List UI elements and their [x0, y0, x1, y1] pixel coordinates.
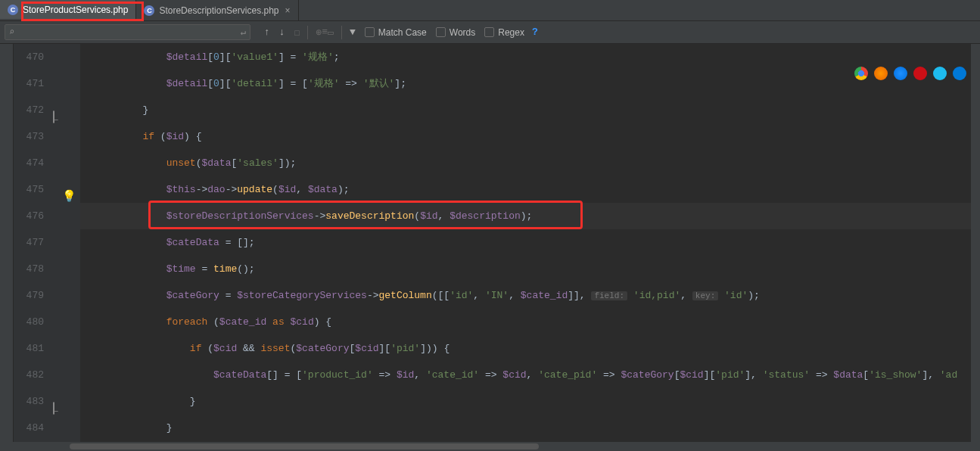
line-number: 470: [14, 44, 44, 70]
words-option[interactable]: Words: [436, 27, 475, 38]
tab-bar: C StoreProductServices.php C StoreDescri…: [0, 0, 980, 21]
code-area[interactable]: $detail[0]['value1'] = '规格'; $detail[0][…: [80, 44, 980, 442]
code-line: $detail[0]['detail'] = ['规格' => '默认'];: [95, 70, 980, 97]
php-class-icon: C: [8, 5, 18, 15]
tab-label: StoreProductServices.php: [23, 5, 128, 15]
find-toolbar: ⌕ ↵ ↑ ↓ ☐ ⊕ ≡ ▭ ▼ Match Case Words Regex…: [0, 21, 980, 44]
chrome-icon[interactable]: [854, 67, 868, 80]
line-number: 472: [14, 97, 44, 123]
line-number: 480: [14, 309, 44, 335]
line-number: 483: [14, 388, 44, 415]
code-line: unset($data['sales']);: [95, 150, 980, 176]
horizontal-scrollbar[interactable]: [65, 442, 971, 451]
next-match-icon[interactable]: ↓: [279, 26, 285, 38]
add-selection-icon[interactable]: ⊕: [316, 26, 322, 39]
tab-label: StoreDescriptionServices.php: [159, 5, 278, 16]
prev-match-icon[interactable]: ↑: [264, 26, 270, 38]
code-line: if ($id) {: [95, 123, 980, 150]
firefox-icon[interactable]: [874, 67, 888, 80]
filter-icon[interactable]: ▼: [350, 26, 356, 38]
select-occurrences-icon[interactable]: ≡: [322, 26, 328, 38]
code-line: $cateData[] = ['product_id' => $id, 'cat…: [95, 362, 980, 388]
intention-bulb-icon[interactable]: 💡: [62, 191, 76, 204]
match-case-label: Match Case: [378, 27, 427, 38]
code-line: $this->dao->update($id, $data);: [95, 176, 980, 203]
line-number: 482: [14, 362, 44, 388]
regex-label: Regex: [498, 27, 524, 38]
select-all-icon[interactable]: ☐: [294, 26, 300, 39]
safari-icon[interactable]: [894, 67, 907, 80]
words-label: Words: [450, 27, 475, 38]
fold-icon[interactable]: [53, 110, 54, 123]
line-number: 474: [14, 150, 44, 176]
enter-icon: ↵: [241, 26, 246, 38]
code-line: foreach ($cate_id as $cid) {: [95, 309, 980, 335]
fold-icon[interactable]: [53, 402, 54, 415]
tab-store-product[interactable]: C StoreProductServices.php: [0, 0, 136, 20]
toggle-icon[interactable]: ▭: [328, 26, 334, 39]
code-line: $cateGory = $storeCategoryServices->getC…: [95, 282, 980, 309]
line-number: 478: [14, 256, 44, 282]
separator: [341, 26, 342, 39]
checkbox-icon[interactable]: [436, 27, 446, 37]
line-number: 471: [14, 70, 44, 97]
code-line: $detail[0]['value1'] = '规格';: [95, 44, 980, 70]
scrollbar-thumb[interactable]: [70, 443, 539, 449]
edge-icon[interactable]: [953, 67, 966, 80]
tool-window-strip[interactable]: [0, 44, 14, 442]
code-line: }: [95, 415, 980, 441]
search-icon: ⌕: [9, 26, 14, 38]
line-number: 476: [14, 203, 44, 229]
code-line: $cateData = [];: [95, 229, 980, 256]
match-case-option[interactable]: Match Case: [365, 27, 427, 38]
line-number: 484: [14, 415, 44, 441]
line-number: 477: [14, 229, 44, 256]
gutter: 470 471 472 473 474 475 476 477 478 479 …: [14, 44, 56, 442]
line-number: 475: [14, 176, 44, 203]
search-input[interactable]: ⌕ ↵: [5, 24, 250, 40]
line-number: 481: [14, 335, 44, 362]
ie-icon[interactable]: [933, 67, 947, 80]
checkbox-icon[interactable]: [484, 27, 494, 37]
browser-preview-icons: [854, 67, 966, 80]
marker-column: 💡: [56, 44, 80, 442]
tab-store-description[interactable]: C StoreDescriptionServices.php ×: [136, 0, 298, 20]
line-number: 473: [14, 123, 44, 150]
vertical-scrollbar[interactable]: [971, 44, 980, 442]
code-line: $time = time();: [95, 256, 980, 282]
code-line: }: [95, 388, 980, 415]
php-class-icon: C: [144, 5, 154, 16]
help-icon[interactable]: ?: [532, 26, 538, 38]
editor: 470 471 472 473 474 475 476 477 478 479 …: [0, 44, 980, 442]
code-line: }: [95, 97, 980, 123]
checkbox-icon[interactable]: [365, 27, 375, 37]
regex-option[interactable]: Regex: [484, 27, 524, 38]
close-icon[interactable]: ×: [285, 5, 290, 16]
code-line: if ($cid && isset($cateGory[$cid]['pid']…: [95, 335, 980, 362]
line-number: 479: [14, 282, 44, 309]
opera-icon[interactable]: [913, 67, 927, 80]
separator: [307, 26, 308, 39]
